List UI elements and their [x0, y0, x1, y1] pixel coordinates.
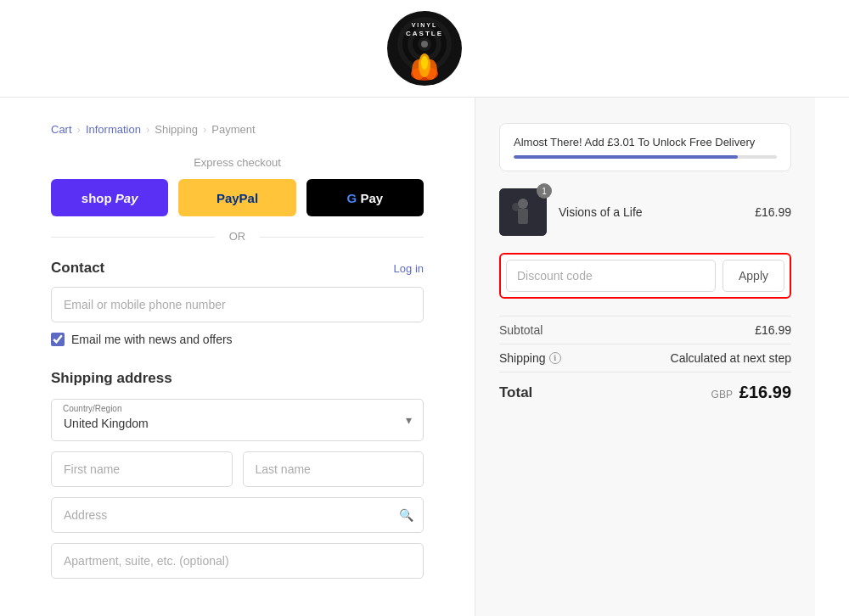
payment-buttons: shop Pay PayPal G Pay: [51, 179, 424, 216]
country-select-wrapper: Country/Region United Kingdom ▾: [51, 399, 424, 441]
breadcrumb-payment: Payment: [211, 123, 255, 136]
breadcrumb-information[interactable]: Information: [86, 123, 141, 136]
shop-pay-label2: Pay: [115, 191, 138, 205]
logo: VINYL CASTLE: [386, 10, 463, 87]
gpay-pay: Pay: [360, 191, 383, 205]
newsletter-label: Email me with news and offers: [71, 333, 233, 346]
subtotal-value: £16.99: [755, 323, 791, 337]
total-label: Total: [499, 384, 532, 401]
search-icon: 🔍: [399, 508, 413, 522]
gpay-button[interactable]: G Pay: [306, 179, 424, 216]
item-info: Visions of a Life: [559, 205, 743, 219]
total-currency: GBP: [711, 389, 733, 400]
discount-input[interactable]: [506, 260, 716, 292]
breadcrumb: Cart › Information › Shipping › Payment: [51, 123, 424, 136]
country-select[interactable]: United Kingdom: [51, 399, 424, 441]
apartment-field[interactable]: [51, 543, 424, 579]
header: VINYL CASTLE: [0, 0, 849, 98]
info-icon: ℹ: [549, 352, 561, 364]
contact-title: Contact: [51, 260, 104, 277]
address-wrapper: 🔍: [51, 497, 424, 533]
paypal-button[interactable]: PayPal: [178, 179, 295, 216]
svg-point-11: [421, 56, 428, 70]
right-panel: Almost There! Add £3.01 To Unlock Free D…: [475, 98, 815, 616]
logo-icon: VINYL CASTLE: [386, 10, 463, 87]
apply-button[interactable]: Apply: [722, 260, 784, 292]
shop-pay-button[interactable]: shop Pay: [51, 179, 168, 216]
shipping-line: Shipping ℹ Calculated at next step: [499, 344, 791, 372]
total-value-wrap: GBP £16.99: [711, 383, 791, 402]
delivery-message: Almost There! Add £3.01 To Unlock Free D…: [514, 136, 777, 148]
or-divider: OR: [51, 230, 424, 243]
newsletter-checkbox[interactable]: [51, 333, 65, 346]
login-link[interactable]: Log in: [394, 262, 424, 275]
contact-section-header: Contact Log in: [51, 260, 424, 277]
gpay-g: G: [347, 191, 357, 205]
svg-point-6: [421, 41, 428, 48]
subtotal-label: Subtotal: [499, 323, 543, 337]
delivery-bar-container: Almost There! Add £3.01 To Unlock Free D…: [499, 123, 791, 171]
item-image-wrapper: 1: [499, 188, 547, 236]
paypal-label: PayPal: [216, 191, 258, 205]
item-price: £16.99: [755, 205, 791, 219]
left-panel: Cart › Information › Shipping › Payment …: [0, 98, 475, 616]
svg-point-18: [512, 203, 520, 211]
newsletter-row: Email me with news and offers: [51, 333, 424, 346]
shipping-address-title: Shipping address: [51, 370, 424, 387]
page-layout: Cart › Information › Shipping › Payment …: [0, 98, 849, 616]
progress-fill: [514, 155, 738, 159]
breadcrumb-sep-3: ›: [203, 123, 206, 136]
express-checkout-label: Express checkout: [51, 156, 424, 169]
first-name-field[interactable]: [51, 451, 233, 487]
breadcrumb-sep-1: ›: [77, 123, 81, 136]
total-value: £16.99: [739, 383, 791, 401]
shipping-value: Calculated at next step: [671, 351, 791, 365]
subtotal-line: Subtotal £16.99: [499, 316, 791, 344]
breadcrumb-sep-2: ›: [146, 123, 149, 136]
shipping-label: Shipping ℹ: [499, 351, 561, 365]
total-line: Total GBP £16.99: [499, 372, 791, 412]
svg-rect-17: [518, 209, 528, 224]
svg-text:CASTLE: CASTLE: [406, 30, 443, 37]
breadcrumb-cart[interactable]: Cart: [51, 123, 72, 136]
svg-text:VINYL: VINYL: [412, 22, 438, 28]
address-field[interactable]: [51, 497, 424, 533]
last-name-field[interactable]: [243, 451, 424, 487]
item-quantity-badge: 1: [537, 183, 552, 199]
breadcrumb-shipping: Shipping: [155, 123, 198, 136]
order-item: 1 Visions of a Life £16.99: [499, 188, 791, 236]
discount-row: Apply: [499, 253, 791, 299]
shop-pay-label: shop: [82, 191, 112, 205]
name-row: [51, 451, 424, 487]
item-name: Visions of a Life: [559, 205, 743, 219]
email-field[interactable]: [51, 287, 424, 322]
progress-track: [514, 155, 777, 159]
